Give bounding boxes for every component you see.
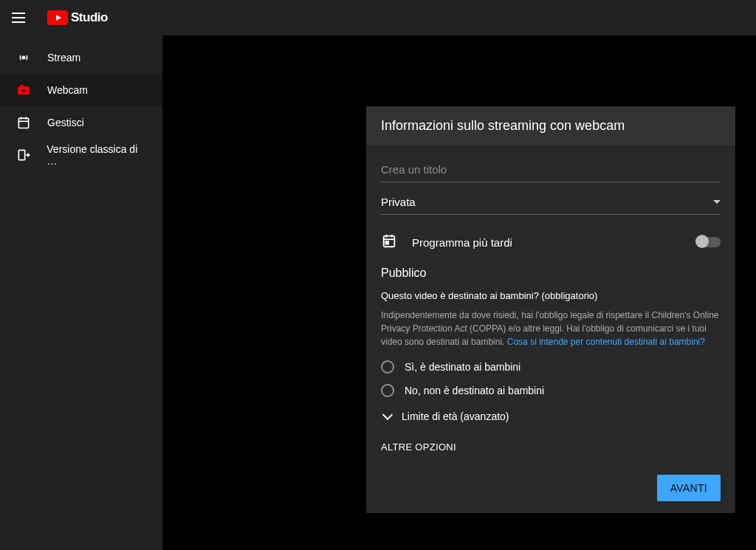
menu-icon[interactable] [12,9,30,27]
audience-help-link[interactable]: Cosa si intende per contenuti destinati … [507,337,705,347]
schedule-calendar-icon [381,233,397,252]
audience-description: Indipendentemente da dove risiedi, hai l… [381,309,721,348]
sidebar-item-manage[interactable]: Gestisci [0,106,162,139]
next-button[interactable]: AVANTI [657,475,721,501]
logo[interactable]: Studio [47,10,108,25]
sidebar-item-label: Gestisci [47,117,84,128]
stream-icon [15,49,32,66]
svg-rect-8 [18,150,24,159]
schedule-toggle[interactable] [697,237,721,247]
svg-point-2 [22,89,26,92]
more-options-label[interactable]: ALTRE OPZIONI [381,441,721,453]
content-area: Informazioni sullo streaming con webcam … [162,35,756,550]
chevron-down-icon [382,410,393,420]
radio-icon [381,384,394,397]
calendar-icon [15,114,32,131]
radio-icon [381,360,394,374]
age-restriction-expand[interactable]: Limite di età (avanzato) [381,410,721,422]
sidebar-item-label: Webcam [47,84,88,96]
svg-rect-3 [21,85,24,87]
svg-rect-13 [385,241,388,244]
privacy-value: Privata [381,196,416,208]
schedule-label: Programma più tardi [412,236,512,249]
audience-question: Questo video è destinato ai bambini? (ob… [381,290,721,301]
sidebar-item-label: Stream [47,52,80,63]
youtube-play-icon [47,10,68,25]
radio-yes-kids[interactable]: Sì, è destinato ai bambini [381,360,721,374]
dropdown-arrow-icon [713,200,721,204]
webcam-info-dialog: Informazioni sullo streaming con webcam … [366,106,735,513]
dialog-title: Informazioni sullo streaming con webcam [366,106,735,145]
camera-icon [15,81,32,99]
sidebar: Stream Webcam Gestisci [0,35,162,550]
schedule-row: Programma più tardi [381,233,721,252]
sidebar-item-stream[interactable]: Stream [0,41,162,74]
sidebar-item-webcam[interactable]: Webcam [0,74,162,106]
exit-icon [15,146,32,164]
age-restriction-label: Limite di età (avanzato) [402,410,509,422]
privacy-select[interactable]: Privata [381,187,721,215]
svg-rect-4 [18,118,28,128]
radio-yes-label: Sì, è destinato ai bambini [405,361,520,373]
header: Studio [0,0,756,35]
app-name: Studio [71,10,108,25]
audience-section-title: Pubblico [381,267,721,280]
radio-no-label: No, non è destinato ai bambini [405,385,544,396]
sidebar-item-label: Versione classica di … [47,143,148,167]
stream-title-input[interactable] [381,160,721,182]
sidebar-item-classic[interactable]: Versione classica di … [0,139,162,171]
svg-point-0 [22,56,24,58]
radio-no-kids[interactable]: No, non è destinato ai bambini [381,384,721,397]
